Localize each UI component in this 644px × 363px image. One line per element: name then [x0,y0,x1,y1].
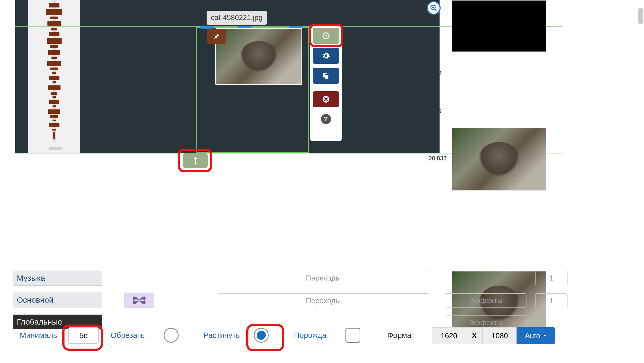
svg-rect-23 [53,120,56,121]
waveform-track[interactable] [28,0,80,153]
time-ruler: 5 10 15 [427,15,444,154]
format-group: X Auto [432,327,555,344]
crop-label: Обрезать [111,331,145,340]
svg-rect-1 [49,3,59,7]
pin-button[interactable] [207,29,226,44]
spawn-label: Порождат [294,331,330,340]
thumbnail-preview[interactable] [452,0,546,52]
svg-rect-11 [47,61,61,66]
delete-button[interactable] [313,91,339,107]
waveform-icon [41,0,67,141]
svg-rect-19 [49,100,59,104]
svg-rect-18 [53,96,56,98]
filename-tooltip: cat-4580221.jpg [207,11,267,25]
svg-rect-17 [51,92,57,95]
thumbnail-preview[interactable] [452,128,546,191]
svg-rect-14 [49,76,59,80]
duration-label: 20.833 [427,154,448,162]
chevron-down-icon [543,334,547,337]
svg-rect-20 [53,105,56,107]
close-icon [322,95,330,103]
ruler-label: 15 [435,108,441,115]
svg-rect-15 [53,81,56,83]
format-x-label: X [466,327,483,344]
copy-button[interactable] [313,68,339,84]
svg-rect-13 [52,72,56,74]
svg-rect-3 [50,17,58,19]
copy-icon [322,72,330,80]
format-auto-label: Auto [525,332,540,340]
format-height-input[interactable] [483,327,517,344]
effects-input[interactable]: Эффекты [445,293,526,308]
help-button[interactable]: ? [321,114,331,124]
svg-rect-22 [50,115,58,118]
svg-rect-4 [47,21,61,26]
media-image[interactable] [215,28,302,85]
highlight-duration [309,24,343,47]
zoom-in-icon [430,4,437,12]
crop-radio[interactable] [164,328,179,343]
tab-main[interactable]: Основной [13,293,102,307]
svg-rect-9 [48,50,60,55]
svg-rect-8 [50,45,58,48]
stretch-label: Растянуть [203,331,240,340]
effects-count[interactable]: 1 [535,271,568,285]
effects-count[interactable]: 1 [535,293,568,308]
highlight-resize [178,149,212,172]
svg-rect-7 [47,38,62,44]
zoom-in-button[interactable] [427,1,441,15]
butterfly-icon [131,295,147,306]
svg-rect-24 [49,123,59,127]
ruler-label: 5 [435,31,438,38]
transitions-input[interactable]: Переходы [217,293,430,308]
svg-rect-16 [48,85,61,90]
svg-rect-29 [325,74,329,79]
svg-rect-25 [52,129,56,131]
spawn-checkbox[interactable] [345,328,360,343]
min-duration-label: Минималь [20,331,57,340]
format-label: Формат [387,331,415,340]
svg-rect-6 [49,32,59,36]
svg-rect-12 [50,68,58,70]
format-width-input[interactable] [432,327,466,344]
scrollbar-thumb[interactable] [638,8,643,24]
settings-button[interactable] [313,48,339,64]
tab-music[interactable]: Музыка [13,271,102,286]
format-auto-button[interactable]: Auto [517,327,555,344]
gear-icon [322,52,330,60]
highlight-min-input [62,325,103,351]
thumbnail-effect-preview[interactable] [124,293,154,308]
svg-rect-2 [46,9,62,15]
crop-handle[interactable] [200,26,214,29]
pin-icon [213,33,220,40]
svg-rect-5 [51,28,57,30]
highlight-stretch-radio [246,324,284,351]
transitions-input[interactable]: Переходы [217,271,430,285]
svg-rect-26 [53,132,55,139]
svg-rect-21 [48,109,60,114]
ruler-label: 10 [435,69,441,76]
help-icon: ? [324,115,328,123]
waveform-scrub-handle[interactable] [49,147,62,150]
svg-rect-10 [51,57,57,59]
